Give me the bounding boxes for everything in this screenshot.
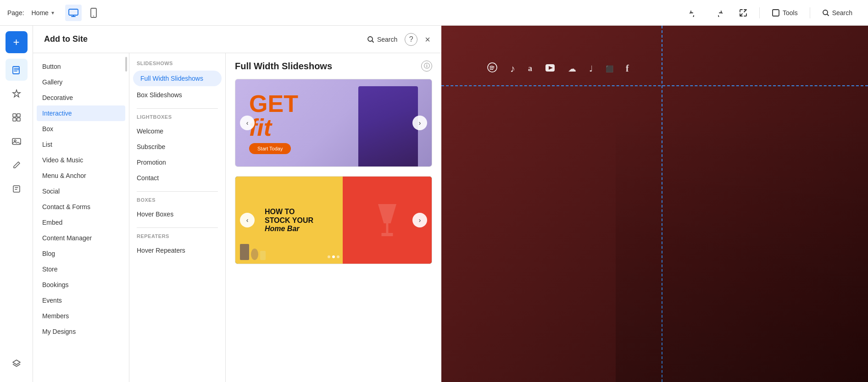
category-menu-anchor[interactable]: Menu & Anchor (33, 168, 129, 183)
tools-label: Tools (783, 9, 798, 17)
svg-rect-7 (17, 114, 20, 117)
category-social[interactable]: Social (33, 183, 129, 199)
tools-button[interactable]: Tools (767, 6, 802, 20)
fitness-cta-button: Start Today (249, 143, 291, 154)
panel-search-label: Search (377, 36, 397, 43)
panel-help-button[interactable]: ? (405, 33, 417, 46)
page-selector[interactable]: Page: Home ▾ (7, 9, 54, 17)
slideshow-dots (328, 255, 339, 258)
homebar-headline1: HOW TO (265, 207, 313, 216)
category-button[interactable]: Button (33, 59, 129, 74)
svg-point-2 (93, 16, 94, 17)
subcategory-promotion[interactable]: Promotion (129, 155, 225, 170)
category-store[interactable]: Store (33, 261, 129, 277)
dot-1 (328, 255, 330, 258)
svg-rect-8 (13, 118, 16, 121)
svg-rect-6 (13, 114, 16, 117)
category-embed[interactable]: Embed (33, 215, 129, 230)
content-title: Full Width Slideshows (235, 61, 332, 72)
social-icons-bar: ♪ a ☁ ♩ ⬛ f (478, 62, 868, 75)
homebar-prev-button[interactable]: ‹ (240, 213, 255, 227)
platform-icon: ⬛ (606, 65, 613, 72)
left-sidebar: + (0, 26, 33, 382)
subcategory-contact[interactable]: Contact (129, 170, 225, 186)
sidebar-item-write[interactable] (6, 154, 28, 176)
slideshows-section-label: SLIDESHOWS (129, 61, 225, 70)
section-divider-1 (137, 108, 218, 109)
info-icon[interactable]: ⓘ (421, 61, 432, 72)
page-name: Home (31, 9, 48, 17)
category-contact-forms[interactable]: Contact & Forms (33, 199, 129, 215)
section-divider-3 (137, 227, 218, 228)
homebar-card-preview: HOW TO STOCK YOUR Home Bar (235, 177, 432, 264)
sidebar-item-media[interactable] (6, 130, 28, 152)
svg-rect-12 (13, 186, 20, 192)
fitness-get-text: GET (249, 92, 298, 116)
category-interactive[interactable]: Interactive (37, 105, 125, 121)
panel-header: Add to Site Search ? × (33, 26, 441, 53)
device-switcher (65, 5, 102, 21)
panel-body: Button Gallery Decorative Interactive Bo… (33, 53, 441, 382)
sidebar-item-elements[interactable] (6, 106, 28, 128)
sidebar-item-layers[interactable] (6, 353, 28, 375)
homebar-next-button[interactable]: › (412, 213, 427, 227)
subcategory-hover-boxes[interactable]: Hover Boxes (129, 206, 225, 222)
section-divider-2 (137, 191, 218, 192)
fitness-fit-text: fit (249, 116, 298, 139)
add-icon: + (13, 36, 19, 49)
desktop-view-button[interactable] (65, 5, 82, 21)
scrollbar[interactable] (125, 57, 127, 72)
category-gallery[interactable]: Gallery (33, 74, 129, 90)
category-bookings[interactable]: Bookings (33, 277, 129, 293)
subcategory-full-width[interactable]: Full Width Slideshows (133, 71, 222, 86)
category-box[interactable]: Box (33, 121, 129, 137)
sidebar-item-store[interactable] (6, 178, 28, 200)
close-icon: × (425, 34, 430, 44)
search-label: Search (832, 9, 852, 17)
subcategory-box-slideshows[interactable]: Box Slideshows (129, 87, 225, 103)
undo-button[interactable] (685, 6, 702, 20)
dot-3 (337, 255, 339, 258)
fitness-person-image (358, 86, 418, 166)
category-video-music[interactable]: Video & Music (33, 152, 129, 168)
search-button[interactable]: Search (818, 6, 857, 19)
category-content-manager[interactable]: Content Manager (33, 230, 129, 246)
fitness-prev-button[interactable]: ‹ (240, 116, 255, 130)
fitness-next-button[interactable]: › (412, 116, 427, 130)
svg-rect-5 (13, 66, 19, 74)
sidebar-item-pages[interactable] (6, 59, 28, 81)
category-my-designs[interactable]: My Designs (33, 324, 129, 339)
category-decorative[interactable]: Decorative (33, 90, 129, 105)
category-members[interactable]: Members (33, 308, 129, 324)
category-list[interactable]: List (33, 137, 129, 152)
category-blog[interactable]: Blog (33, 246, 129, 261)
category-events[interactable]: Events (33, 293, 129, 308)
chevron-down-icon[interactable]: ▾ (51, 10, 54, 16)
background-model-image (616, 116, 868, 382)
tiktok-icon: ♩ (589, 64, 593, 74)
sidebar-item-design[interactable] (6, 83, 28, 105)
redo-button[interactable] (710, 6, 727, 20)
content-title-row: Full Width Slideshows ⓘ (235, 61, 432, 72)
add-element-button[interactable]: + (6, 31, 28, 53)
facebook-icon: f (626, 63, 629, 74)
zoom-button[interactable] (734, 6, 752, 20)
youtube-icon (545, 63, 555, 75)
subcategory-welcome[interactable]: Welcome (129, 123, 225, 139)
top-toolbar: Page: Home ▾ Tools (0, 0, 868, 26)
fitness-slideshow-card[interactable]: GET fit Start Today ‹ › (235, 79, 432, 167)
homebar-bg: HOW TO STOCK YOUR Home Bar (235, 177, 432, 264)
panel-title: Add to Site (44, 34, 88, 44)
panel-close-button[interactable]: × (425, 35, 430, 44)
homebar-subtitle: Home Bar (265, 225, 313, 233)
fitness-text-block: GET fit Start Today (249, 92, 298, 154)
homebar-slideshow-card[interactable]: HOW TO STOCK YOUR Home Bar (235, 176, 432, 264)
category-panel: Button Gallery Decorative Interactive Bo… (33, 53, 129, 382)
subcategory-hover-repeaters[interactable]: Hover Repeaters (129, 243, 225, 258)
panel-header-actions: Search ? × (367, 33, 430, 46)
horizontal-guide-line (441, 85, 868, 86)
homebar-text-block: HOW TO STOCK YOUR Home Bar (265, 207, 313, 233)
mobile-view-button[interactable] (85, 5, 102, 21)
panel-search-button[interactable]: Search (367, 36, 397, 43)
subcategory-subscribe[interactable]: Subscribe (129, 139, 225, 155)
